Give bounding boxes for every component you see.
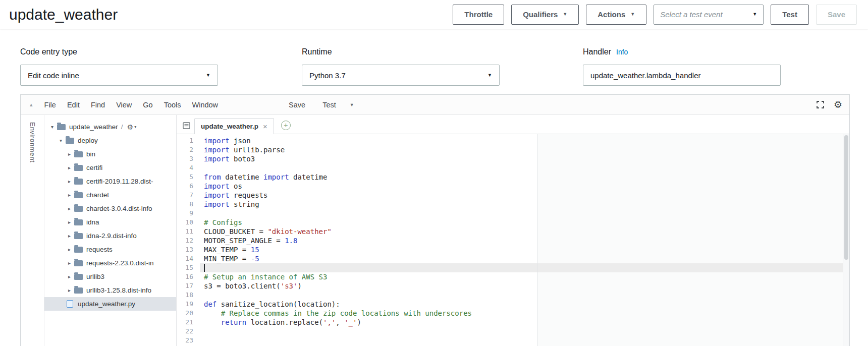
tab-list-icon[interactable] <box>183 122 190 129</box>
line-number-18[interactable]: 18 <box>177 291 200 300</box>
tree-folder-urllib3-1.25.8.dist-info[interactable]: ▸urllib3-1.25.8.dist-info <box>44 283 176 297</box>
qualifiers-button[interactable]: Qualifiers ▼ <box>511 5 579 25</box>
tree-folder-requests-2.23.0.dist-in[interactable]: ▸requests-2.23.0.dist-in <box>44 256 176 270</box>
code-line-3[interactable]: import boto3 <box>204 154 842 163</box>
code-line-16[interactable]: # Setup an instance of AWS S3 <box>204 272 842 281</box>
editor-save-menu-item[interactable]: Save <box>283 95 311 115</box>
code-line-8[interactable]: import string <box>204 200 842 209</box>
code-line-11[interactable]: CLOUD_BUCKET = "dkiot-weather" <box>204 227 842 236</box>
line-number-10[interactable]: 10 <box>177 218 200 227</box>
expand-chevron-icon[interactable]: ▸ <box>66 260 73 266</box>
code-line-1[interactable]: import json <box>204 136 842 145</box>
code-gutter[interactable]: 1234567891011121314151617181920212223 <box>177 136 200 345</box>
line-number-20[interactable]: 20 <box>177 309 200 318</box>
handler-input[interactable] <box>583 65 781 86</box>
environment-tab[interactable]: Environment <box>29 122 36 162</box>
menu-item-file[interactable]: File <box>39 95 62 115</box>
expand-chevron-icon[interactable]: ▸ <box>66 233 73 239</box>
tree-folder-certifi-2019.11.28.dist-[interactable]: ▸certifi-2019.11.28.dist- <box>44 175 176 188</box>
code-line-21[interactable]: return location.replace(',', '_') <box>204 318 842 327</box>
line-number-23[interactable]: 23 <box>177 336 200 345</box>
collapse-chevron-icon[interactable]: ▾ <box>57 138 65 143</box>
line-number-16[interactable]: 16 <box>177 272 200 281</box>
tree-folder-idna[interactable]: ▸idna <box>44 215 176 229</box>
line-number-15[interactable]: 15 <box>177 263 200 272</box>
expand-chevron-icon[interactable]: ▸ <box>66 165 73 170</box>
runtime-select[interactable]: Python 3.7 ▼ <box>302 65 500 86</box>
editor-settings-gear-icon[interactable]: ⚙ <box>834 100 842 109</box>
line-number-11[interactable]: 11 <box>177 227 200 236</box>
line-number-9[interactable]: 9 <box>177 209 200 218</box>
line-number-17[interactable]: 17 <box>177 281 200 291</box>
menu-item-window[interactable]: Window <box>187 95 224 115</box>
code-line-20[interactable]: # Replace commas in the zip code locatio… <box>204 309 842 318</box>
line-number-21[interactable]: 21 <box>177 318 200 327</box>
tree-folder-requests[interactable]: ▸requests <box>44 243 176 256</box>
actions-button[interactable]: Actions ▼ <box>586 5 646 25</box>
expand-chevron-icon[interactable]: ▸ <box>66 206 73 211</box>
tree-folder-chardet-3.0.4.dist-info[interactable]: ▸chardet-3.0.4.dist-info <box>44 202 176 215</box>
handler-info-link[interactable]: Info <box>616 48 628 56</box>
collapse-panel-icon[interactable]: ▴ <box>30 101 33 108</box>
code-line-13[interactable]: MAX_TEMP = 15 <box>204 245 842 254</box>
code-line-7[interactable]: import requests <box>204 191 842 200</box>
code-line-17[interactable]: s3 = boto3.client('s3') <box>204 281 842 291</box>
tree-folder-idna-2.9.dist-info[interactable]: ▸idna-2.9.dist-info <box>44 229 176 243</box>
tree-folder-certifi[interactable]: ▸certifi <box>44 161 176 175</box>
code-line-14[interactable]: MIN_TEMP = -5 <box>204 254 842 263</box>
code-line-12[interactable]: MOTOR_STEP_ANGLE = 1.8 <box>204 236 842 245</box>
expand-chevron-icon[interactable]: ▸ <box>66 151 73 157</box>
line-number-8[interactable]: 8 <box>177 200 200 209</box>
editor-tab-update-weather[interactable]: update_weather.p × <box>194 118 274 134</box>
tree-folder-update_weather[interactable]: ▾update_weather/⚙▾ <box>44 120 176 134</box>
expand-chevron-icon[interactable]: ▸ <box>66 287 73 293</box>
editor-test-menu-item[interactable]: Test <box>317 95 342 115</box>
test-button[interactable]: Test <box>771 5 809 25</box>
code-line-23[interactable] <box>204 336 842 345</box>
line-number-5[interactable]: 5 <box>177 172 200 182</box>
expand-chevron-icon[interactable]: ▸ <box>66 219 73 225</box>
collapse-chevron-icon[interactable]: ▾ <box>48 124 56 130</box>
tree-settings-gear-icon[interactable]: ⚙ <box>127 123 134 131</box>
test-dropdown-chevron-icon[interactable]: ▼ <box>350 102 354 107</box>
expand-chevron-icon[interactable]: ▸ <box>66 274 73 279</box>
code-editor[interactable]: 1234567891011121314151617181920212223 im… <box>177 134 849 346</box>
line-number-3[interactable]: 3 <box>177 154 200 163</box>
expand-chevron-icon[interactable]: ▸ <box>66 192 73 198</box>
line-number-6[interactable]: 6 <box>177 182 200 191</box>
code-line-5[interactable]: from datetime import datetime <box>204 172 842 182</box>
editor-scrollbar[interactable] <box>843 134 849 346</box>
expand-chevron-icon[interactable]: ▸ <box>66 247 73 252</box>
scrollbar-thumb[interactable] <box>844 135 848 260</box>
line-number-12[interactable]: 12 <box>177 236 200 245</box>
fullscreen-icon[interactable] <box>816 100 825 109</box>
expand-chevron-icon[interactable]: ▸ <box>66 179 73 184</box>
line-number-4[interactable]: 4 <box>177 163 200 172</box>
code-line-4[interactable] <box>204 163 842 172</box>
line-number-19[interactable]: 19 <box>177 300 200 309</box>
tree-folder-bin[interactable]: ▸bin <box>44 147 176 161</box>
line-number-2[interactable]: 2 <box>177 145 200 154</box>
code-line-18[interactable] <box>204 291 842 300</box>
menu-item-tools[interactable]: Tools <box>158 95 187 115</box>
code-line-10[interactable]: # Configs <box>204 218 842 227</box>
tree-folder-deploy[interactable]: ▾deploy <box>44 134 176 147</box>
test-event-select[interactable]: Select a test event ▼ <box>654 5 764 25</box>
line-number-13[interactable]: 13 <box>177 245 200 254</box>
line-number-14[interactable]: 14 <box>177 254 200 263</box>
tree-folder-urllib3[interactable]: ▸urllib3 <box>44 270 176 283</box>
code-entry-type-select[interactable]: Edit code inline ▼ <box>20 65 218 86</box>
tree-folder-chardet[interactable]: ▸chardet <box>44 188 176 202</box>
code-line-22[interactable] <box>204 327 842 336</box>
menu-item-go[interactable]: Go <box>137 95 158 115</box>
tree-file-update_weather.py[interactable]: update_weather.py <box>44 297 176 311</box>
menu-item-edit[interactable]: Edit <box>62 95 85 115</box>
line-number-1[interactable]: 1 <box>177 136 200 145</box>
close-tab-icon[interactable]: × <box>263 122 267 131</box>
code-line-9[interactable] <box>204 209 842 218</box>
menu-item-find[interactable]: Find <box>85 95 111 115</box>
code-line-15[interactable] <box>204 263 842 272</box>
menu-item-view[interactable]: View <box>111 95 137 115</box>
code-line-2[interactable]: import urllib.parse <box>204 145 842 154</box>
save-button[interactable]: Save <box>816 5 857 25</box>
